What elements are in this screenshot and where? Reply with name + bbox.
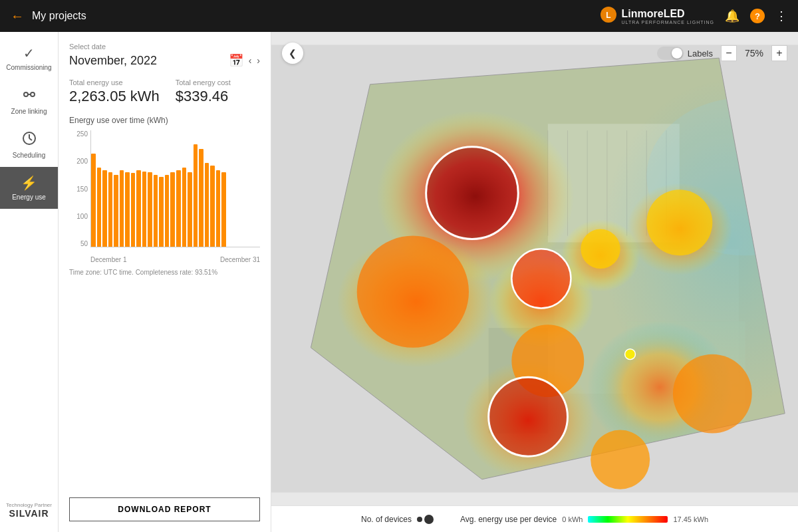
chart-area: 250 200 150 100 50 December 1 December 3… bbox=[69, 130, 260, 263]
sidebar-item-energy-use[interactable]: ⚡ Energy use bbox=[0, 167, 58, 209]
map-controls-right: Labels − 75% + bbox=[657, 45, 787, 61]
energy-legend-label: Avg. energy use per device bbox=[460, 515, 557, 524]
chart-bar bbox=[159, 177, 164, 247]
zoom-controls: − 75% + bbox=[721, 45, 787, 61]
chart-bar bbox=[182, 168, 187, 247]
chart-title: Energy use over time (kWh) bbox=[69, 116, 260, 125]
calendar-icon[interactable]: 📅 bbox=[229, 53, 243, 68]
total-cost-value: $339.46 bbox=[176, 88, 231, 105]
download-report-button[interactable]: DOWNLOAD REPORT bbox=[69, 497, 260, 521]
energy-gradient bbox=[588, 516, 668, 523]
zone-circle-3[interactable] bbox=[511, 249, 571, 308]
zone-circle-4[interactable] bbox=[581, 229, 620, 269]
chart-x-labels: December 1 December 31 bbox=[90, 256, 260, 263]
chart-y-labels: 250 200 150 100 50 bbox=[69, 130, 88, 247]
chart-bar bbox=[221, 172, 226, 247]
date-next-button[interactable]: › bbox=[257, 55, 260, 66]
notification-icon[interactable]: 🔔 bbox=[725, 9, 739, 23]
chart-bar bbox=[154, 175, 158, 247]
sidebar-item-label: Commissioning bbox=[6, 64, 51, 71]
svg-text:L: L bbox=[606, 11, 610, 20]
chart-bar bbox=[205, 163, 209, 247]
silvair-brand: SILVAIR bbox=[6, 508, 52, 519]
chart-bar bbox=[114, 175, 118, 247]
menu-icon[interactable]: ⋮ bbox=[775, 9, 787, 23]
zoom-out-button[interactable]: − bbox=[721, 45, 737, 61]
labels-toggle-switch[interactable] bbox=[657, 47, 684, 60]
date-prev-button[interactable]: ‹ bbox=[249, 55, 252, 66]
y-label-50: 50 bbox=[69, 240, 88, 247]
dot-large bbox=[424, 515, 434, 524]
chart-bar bbox=[194, 144, 198, 247]
chart-bar bbox=[125, 172, 130, 247]
sidebar-item-zone-linking[interactable]: Zone linking bbox=[0, 79, 58, 123]
technology-partner-label: Technology Partner bbox=[6, 502, 52, 508]
date-row: November, 2022 📅 ‹ › bbox=[69, 53, 260, 68]
svg-point-2 bbox=[24, 92, 28, 96]
logo-sub-text: ULTRA PERFORMANCE LIGHTING bbox=[622, 20, 714, 25]
map-legend: No. of devices Avg. energy use per devic… bbox=[271, 505, 798, 532]
labels-toggle-label: Labels bbox=[688, 49, 713, 59]
y-label-100: 100 bbox=[69, 213, 88, 220]
sidebar-item-label: Energy use bbox=[12, 194, 46, 201]
chart-bar bbox=[188, 172, 192, 247]
legend-dots bbox=[417, 515, 434, 524]
back-button[interactable]: ← bbox=[11, 9, 24, 24]
chart-bar bbox=[120, 170, 124, 247]
commissioning-icon: ✓ bbox=[23, 45, 35, 61]
logo-icon: L bbox=[599, 5, 618, 27]
chart-bar bbox=[91, 154, 96, 247]
chart-bar bbox=[210, 166, 215, 247]
chart-bar bbox=[102, 170, 107, 247]
total-energy-block: Total energy use 2,263.05 kWh bbox=[69, 78, 160, 105]
energy-max-label: 17.45 kWh bbox=[673, 515, 708, 523]
total-cost-block: Total energy cost $339.46 bbox=[176, 78, 231, 105]
chart-bar bbox=[176, 170, 181, 247]
zone-circle-5[interactable] bbox=[646, 190, 712, 255]
total-energy-value: 2,263.05 kWh bbox=[69, 88, 160, 105]
chart-bar bbox=[165, 175, 170, 247]
x-label-start: December 1 bbox=[90, 256, 126, 263]
help-icon[interactable]: ? bbox=[750, 9, 765, 23]
sidebar-item-label: Zone linking bbox=[11, 108, 47, 115]
sidebar-item-scheduling[interactable]: Scheduling bbox=[0, 123, 58, 167]
chart-bar bbox=[199, 149, 203, 247]
chart-bar bbox=[216, 170, 221, 247]
devices-label: No. of devices bbox=[361, 515, 412, 524]
date-value: November, 2022 bbox=[69, 54, 223, 68]
chart-bar bbox=[131, 173, 136, 247]
zone-circle-9[interactable] bbox=[673, 354, 752, 434]
zoom-in-button[interactable]: + bbox=[771, 45, 787, 61]
svg-point-3 bbox=[31, 92, 35, 96]
chart-bar bbox=[136, 170, 141, 247]
svg-line-7 bbox=[29, 138, 32, 140]
chart-bars-container bbox=[90, 130, 260, 247]
total-cost-label: Total energy cost bbox=[176, 78, 231, 86]
chart-footnote: Time zone: UTC time. Completeness rate: … bbox=[69, 269, 260, 276]
sidebar-item-label: Scheduling bbox=[13, 152, 45, 159]
map-area: ❮ Labels − 75% + bbox=[271, 32, 798, 532]
header: ← My projects L LinmoreLED ULTRA PERFORM… bbox=[0, 0, 798, 32]
sidebar-item-commissioning[interactable]: ✓ Commissioning bbox=[0, 37, 58, 79]
zone-circle-7[interactable] bbox=[489, 377, 568, 456]
logo-main-text: LinmoreLED bbox=[622, 8, 714, 20]
sidebar-bottom: Technology Partner SILVAIR bbox=[1, 494, 57, 527]
x-label-end: December 31 bbox=[220, 256, 260, 263]
labels-toggle: Labels bbox=[657, 47, 713, 60]
page-title: My projects bbox=[32, 10, 86, 22]
logo: L LinmoreLED ULTRA PERFORMANCE LIGHTING bbox=[599, 5, 714, 27]
map-back-button[interactable]: ❮ bbox=[282, 43, 303, 64]
y-label-200: 200 bbox=[69, 158, 88, 165]
zone-circle-2[interactable] bbox=[357, 236, 469, 348]
sidebar: ✓ Commissioning Zone linking Sch bbox=[0, 32, 59, 532]
toggle-knob bbox=[672, 48, 682, 59]
main-layout: ✓ Commissioning Zone linking Sch bbox=[0, 32, 798, 532]
zone-circle-8[interactable] bbox=[591, 430, 650, 489]
scheduling-icon bbox=[22, 131, 37, 149]
logo-text-block: LinmoreLED ULTRA PERFORMANCE LIGHTING bbox=[622, 8, 714, 25]
zone-dot[interactable] bbox=[625, 349, 636, 360]
header-right: L LinmoreLED ULTRA PERFORMANCE LIGHTING … bbox=[599, 5, 787, 27]
zone-circle-1[interactable] bbox=[426, 147, 519, 239]
chart-bar bbox=[170, 172, 175, 247]
energy-use-icon: ⚡ bbox=[21, 175, 37, 191]
